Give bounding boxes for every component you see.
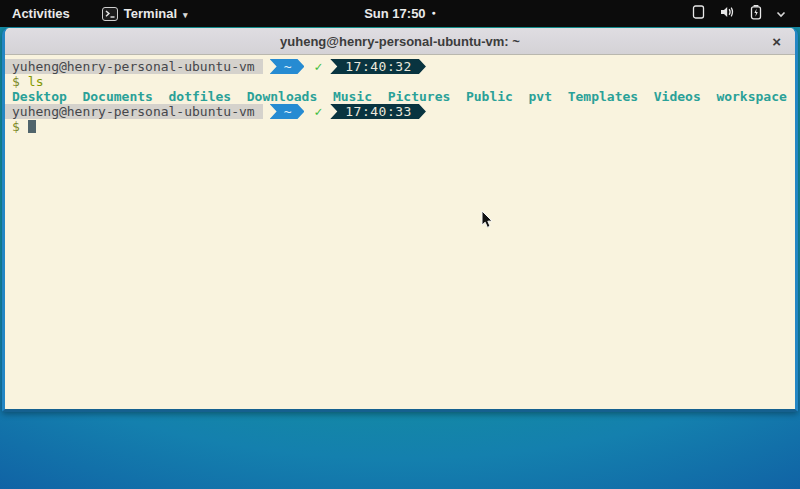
clock-button[interactable]: Sun 17:50 ● — [364, 0, 436, 27]
activities-label: Activities — [12, 6, 70, 21]
directory-item: Downloads — [247, 89, 317, 104]
prompt-line-2: yuheng@henry-personal-ubuntu-vm ~ ✓ 17:4… — [5, 104, 795, 119]
directory-item: Music — [333, 89, 372, 104]
prompt-user-host: yuheng@henry-personal-ubuntu-vm — [5, 59, 263, 74]
prompt-cwd-segment: ~ — [270, 104, 305, 119]
directory-item: Public — [466, 89, 513, 104]
app-menu-label: Terminal — [124, 6, 177, 21]
command-line: $ ls — [5, 74, 795, 89]
directory-item: pvt — [529, 89, 552, 104]
directory-item: dotfiles — [169, 89, 232, 104]
typed-command: ls — [28, 74, 44, 89]
close-icon[interactable]: × — [772, 34, 781, 49]
tray-chevron-down-icon — [776, 6, 786, 21]
terminal-screen[interactable]: yuheng@henry-personal-ubuntu-vm ~ ✓ 17:4… — [5, 55, 795, 409]
top-bar: Activities Terminal ▾ Sun 17:50 ● — [0, 0, 800, 27]
directory-item: Documents — [82, 89, 152, 104]
prompt-time-segment: 17:40:33 — [330, 104, 426, 119]
directory-item: workspace — [716, 89, 786, 104]
directory-item: Videos — [654, 89, 701, 104]
prompt-cwd-segment: ~ — [270, 59, 305, 74]
mouse-cursor — [481, 210, 494, 233]
activities-button[interactable]: Activities — [0, 0, 82, 27]
text-cursor — [28, 120, 36, 133]
system-tray[interactable] — [677, 0, 800, 27]
prompt-time-segment: 17:40:32 — [330, 59, 426, 74]
current-input-line[interactable]: $ — [5, 119, 795, 134]
chevron-down-icon: ▾ — [183, 10, 188, 20]
status-check-icon: ✓ — [314, 104, 322, 119]
terminal-app-icon — [102, 7, 118, 21]
display-icon — [691, 4, 706, 23]
prompt-symbol: $ — [12, 119, 20, 134]
status-check-icon: ✓ — [314, 59, 322, 74]
window-titlebar[interactable]: yuheng@henry-personal-ubuntu-vm: ~ × — [5, 28, 795, 55]
directory-list: Desktop Documents dotfiles Downloads Mus… — [12, 89, 787, 104]
terminal-window: yuheng@henry-personal-ubuntu-vm: ~ × yuh… — [2, 28, 798, 412]
directory-item: Desktop — [12, 89, 67, 104]
app-menu-terminal[interactable]: Terminal ▾ — [96, 0, 194, 27]
prompt-symbol: $ — [12, 74, 20, 89]
prompt-line-1: yuheng@henry-personal-ubuntu-vm ~ ✓ 17:4… — [5, 59, 795, 74]
prompt-user-host: yuheng@henry-personal-ubuntu-vm — [5, 104, 263, 119]
volume-icon — [719, 4, 736, 23]
window-title: yuheng@henry-personal-ubuntu-vm: ~ — [280, 34, 520, 49]
ls-output-line: Desktop Documents dotfiles Downloads Mus… — [5, 89, 795, 104]
directory-item: Pictures — [388, 89, 451, 104]
directory-item: Templates — [568, 89, 638, 104]
clock-label: Sun 17:50 — [364, 6, 425, 21]
notification-dot: ● — [432, 9, 436, 16]
battery-icon — [749, 4, 763, 23]
